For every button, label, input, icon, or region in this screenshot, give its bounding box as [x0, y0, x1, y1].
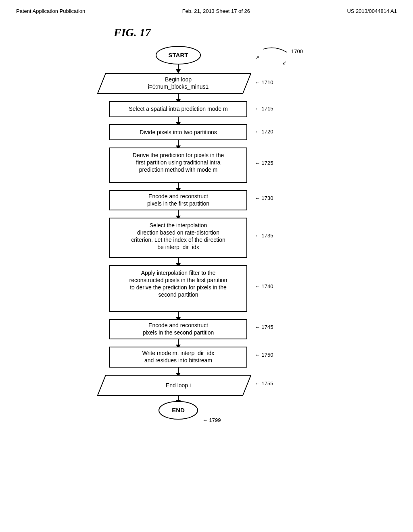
- page-header: Patent Application Publication Feb. 21, …: [16, 8, 397, 14]
- svg-text:pixels in the first partition: pixels in the first partition: [147, 200, 209, 207]
- svg-text:Encode and reconstruct: Encode and reconstruct: [148, 193, 208, 200]
- svg-text:← 1720: ← 1720: [255, 129, 273, 135]
- svg-text:Encode and reconstruct: Encode and reconstruct: [148, 322, 208, 328]
- svg-text:i=0:num_blocks_minus1: i=0:num_blocks_minus1: [148, 83, 209, 90]
- svg-text:↗: ↗: [255, 54, 259, 60]
- header-left: Patent Application Publication: [16, 8, 85, 14]
- svg-text:← 1745: ← 1745: [255, 324, 273, 330]
- svg-text:END: END: [172, 407, 185, 414]
- svg-text:Write mode m, interp_dir_idx: Write mode m, interp_dir_idx: [142, 350, 215, 356]
- svg-text:Select the interpolation: Select the interpolation: [150, 222, 207, 229]
- svg-text:Divide pixels into two partiti: Divide pixels into two partitions: [140, 129, 217, 135]
- svg-text:reconstructed pixels in the fi: reconstructed pixels in the first partit…: [129, 277, 227, 283]
- title-area: FIG. 17: [65, 26, 348, 39]
- svg-text:pixels in the second partition: pixels in the second partition: [143, 329, 214, 336]
- svg-text:End loop i: End loop i: [166, 382, 191, 389]
- figure-title: FIG. 17: [114, 26, 151, 39]
- svg-text:Derive the prediction for pixe: Derive the prediction for pixels in the: [133, 152, 224, 158]
- svg-text:direction based on rate-distor: direction based on rate-distortion: [137, 229, 219, 236]
- svg-marker-1: [176, 69, 181, 73]
- svg-text:to derive the prediction for p: to derive the prediction for pixels in t…: [130, 284, 227, 291]
- svg-text:1700: 1700: [291, 48, 303, 54]
- svg-text:Apply interpolation filter to : Apply interpolation filter to the: [141, 270, 216, 276]
- svg-text:← 1740: ← 1740: [255, 283, 273, 289]
- diagram-area: START Begin loop i=0:num_blocks_minus1 S…: [65, 41, 348, 484]
- header-right: US 2013/0044814 A1: [347, 8, 397, 14]
- svg-text:← 1750: ← 1750: [255, 352, 273, 358]
- svg-text:prediction method with mode m: prediction method with mode m: [139, 166, 218, 173]
- svg-text:Begin loop: Begin loop: [165, 76, 192, 83]
- svg-text:START: START: [169, 52, 188, 58]
- diagram-svg: START Begin loop i=0:num_blocks_minus1 S…: [65, 41, 348, 484]
- svg-text:← 1725: ← 1725: [255, 160, 273, 166]
- svg-text:and residues into bitstream: and residues into bitstream: [144, 357, 212, 364]
- svg-text:criterion. Let the index of th: criterion. Let the index of the directio…: [131, 237, 225, 243]
- svg-text:← 1710: ← 1710: [255, 79, 273, 85]
- svg-text:first partition using traditio: first partition using traditional intra: [136, 159, 221, 166]
- svg-text:↙: ↙: [282, 60, 287, 66]
- svg-text:← 1799: ← 1799: [202, 417, 221, 423]
- header-center: Feb. 21, 2013 Sheet 17 of 26: [182, 8, 250, 14]
- page: Patent Application Publication Feb. 21, …: [0, 0, 413, 532]
- diagram-container: FIG. 17: [16, 26, 397, 484]
- svg-text:be interp_dir_idx: be interp_dir_idx: [157, 244, 199, 250]
- svg-text:← 1715: ← 1715: [255, 106, 273, 112]
- svg-text:Select a spatial intra predict: Select a spatial intra prediction mode m: [129, 106, 227, 112]
- svg-text:← 1755: ← 1755: [255, 380, 273, 387]
- svg-text:← 1735: ← 1735: [255, 233, 273, 239]
- svg-text:second partition: second partition: [159, 291, 198, 298]
- svg-text:← 1730: ← 1730: [255, 195, 273, 201]
